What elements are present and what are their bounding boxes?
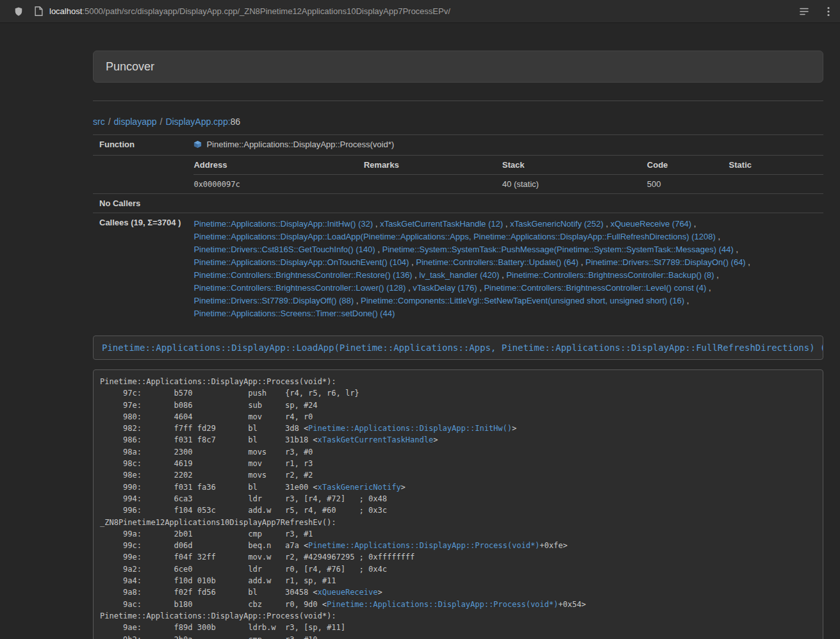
callee-link[interactable]: Pinetime::Applications::DisplayApp::OnTo… — [194, 257, 409, 267]
stats-values-row: 0x0000097c 40 (static) 500 — [194, 175, 823, 194]
column-header-remarks: Remarks — [364, 156, 502, 175]
page-info-icon[interactable] — [35, 6, 43, 16]
browser-toolbar: localhost:5000/path/src/displayapp/Displ… — [0, 0, 840, 23]
callee-link[interactable]: Pinetime::Applications::DisplayApp::Init… — [194, 219, 373, 229]
symbol-link[interactable]: xTaskGenericNotify — [318, 483, 401, 492]
callees-row: Callees (19, Σ=3704 ) Pinetime::Applicat… — [93, 213, 823, 325]
static-value — [729, 175, 823, 194]
callee-link[interactable]: lv_task_handler (420) — [419, 270, 499, 280]
function-name: Pinetime::Applications::DisplayApp::Proc… — [206, 140, 394, 149]
callee-link[interactable]: Pinetime::Controllers::BrightnessControl… — [194, 270, 412, 280]
callees-label: Callees (19, Σ=3704 ) — [93, 213, 187, 325]
menu-kebab-icon[interactable] — [827, 6, 830, 17]
page-container: Puncover src/displayapp/DisplayApp.cpp:8… — [93, 51, 823, 639]
function-type-icon — [194, 140, 202, 149]
function-row: Function Pinetime::Applications::Display… — [93, 135, 823, 156]
callee-link[interactable]: Pinetime::Drivers::St7789::DisplayOn() (… — [586, 257, 746, 267]
callee-link[interactable]: Pinetime::Controllers::BrightnessControl… — [194, 283, 406, 293]
no-callers-row: No Callers — [93, 194, 823, 213]
tracking-protection-shield-icon[interactable] — [14, 6, 23, 17]
column-header-address: Address — [194, 156, 363, 175]
function-label: Function — [93, 135, 187, 156]
breadcrumb-separator: / — [160, 117, 163, 127]
column-header-stack: Stack — [502, 156, 647, 175]
spacer-cell — [93, 156, 187, 194]
column-header-static: Static — [729, 156, 823, 175]
address-value: 0x0000097c — [194, 175, 363, 194]
no-callers-label: No Callers — [93, 194, 187, 213]
callees-list: Pinetime::Applications::DisplayApp::Init… — [187, 213, 823, 325]
stats-table: AddressRemarksStackCodeStatic 0x0000097c… — [194, 156, 823, 193]
callee-link[interactable]: Pinetime::Controllers::Battery::Update()… — [416, 257, 579, 267]
symbol-link[interactable]: Pinetime::Applications::DisplayApp::Proc… — [327, 600, 558, 609]
code-value: 500 — [647, 175, 729, 194]
url-host: localhost — [49, 6, 82, 16]
url-bar[interactable]: localhost:5000/path/src/displayapp/Displ… — [49, 6, 799, 16]
callee-link[interactable]: Pinetime::Applications::Screens::Timer::… — [194, 309, 395, 318]
callee-link[interactable]: Pinetime::Drivers::St7789::DisplayOff() … — [194, 296, 354, 305]
no-callers-empty-cell — [187, 194, 823, 213]
symbol-link[interactable]: xQueueReceive — [318, 588, 378, 597]
breadcrumb: src/displayapp/DisplayApp.cpp:86 — [93, 117, 823, 127]
stack-value: 40 (static) — [502, 175, 647, 194]
symbol-link[interactable]: Pinetime::Applications::DisplayApp::Proc… — [308, 541, 539, 550]
remarks-value — [364, 175, 502, 194]
app-header: Puncover — [93, 51, 823, 83]
callee-link[interactable]: Pinetime::Applications::DisplayApp::Load… — [194, 232, 715, 241]
highlight-panel: Pinetime::Applications::DisplayApp::Load… — [93, 336, 823, 360]
breadcrumb-separator: / — [108, 117, 111, 127]
breadcrumb-item-file[interactable]: DisplayApp.cpp: — [165, 117, 230, 127]
function-cell: Pinetime::Applications::DisplayApp::Proc… — [194, 140, 394, 149]
callee-link[interactable]: Pinetime::Drivers::Cst816S::GetTouchInfo… — [194, 245, 375, 254]
stats-header-row: AddressRemarksStackCodeStatic — [194, 156, 823, 175]
callee-link[interactable]: xTaskGetCurrentTaskHandle (12) — [380, 219, 503, 229]
breadcrumb-item-src[interactable]: src — [93, 117, 105, 127]
disassembly-block: Pinetime::Applications::DisplayApp::Proc… — [93, 369, 823, 639]
breadcrumb-line-number: 86 — [231, 117, 241, 127]
url-path: :5000/path/src/displayapp/DisplayApp.cpp… — [82, 6, 450, 16]
symbol-link[interactable]: xTaskGetCurrentTaskHandle — [318, 435, 434, 444]
stats-row-container: AddressRemarksStackCodeStatic 0x0000097c… — [93, 156, 823, 194]
callee-link[interactable]: Pinetime::Components::LittleVgl::SetNewT… — [361, 296, 684, 305]
callee-link[interactable]: Pinetime::Controllers::BrightnessControl… — [484, 283, 706, 293]
function-table: Function Pinetime::Applications::Display… — [93, 134, 823, 325]
callee-link[interactable]: Pinetime::Controllers::BrightnessControl… — [506, 270, 714, 280]
callee-link[interactable]: Pinetime::System::SystemTask::PushMessag… — [383, 245, 734, 254]
column-header-code: Code — [647, 156, 729, 175]
reader-mode-icon[interactable] — [799, 7, 809, 16]
callee-link[interactable]: xQueueReceive (764) — [611, 219, 691, 229]
loadapp-symbol-link[interactable]: Pinetime::Applications::DisplayApp::Load… — [102, 343, 823, 353]
callee-link[interactable]: xTaskGenericNotify (252) — [510, 219, 604, 229]
page-title: Puncover — [106, 60, 154, 74]
breadcrumb-item-displayapp[interactable]: displayapp — [114, 117, 157, 127]
callee-link[interactable]: vTaskDelay (176) — [413, 283, 477, 293]
symbol-link[interactable]: Pinetime::Applications::DisplayApp::Init… — [308, 424, 512, 433]
divider — [93, 101, 823, 101]
